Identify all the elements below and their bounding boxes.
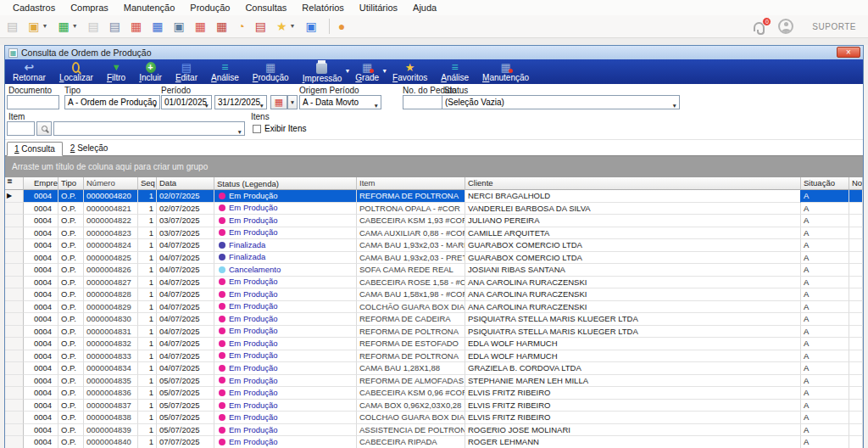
exibir-itens-checkbox[interactable]: Exibir Itens — [253, 124, 306, 133]
table-row[interactable]: 0004 O.P. 0000004826 1 04/07/2025 Cancel… — [5, 264, 863, 277]
item-select[interactable] — [53, 121, 245, 136]
table-row[interactable]: 0004 O.P. 0000004821 1 02/07/2025 Em Pro… — [5, 203, 863, 216]
situacao-cell: A — [801, 203, 849, 216]
close-button[interactable]: × — [837, 47, 860, 58]
tab-consulta[interactable]: 1 Consulta — [7, 142, 63, 156]
notifications-bell-icon[interactable]: 0 — [754, 22, 765, 31]
manutencao-button[interactable]: Manutenção ▼ — [476, 59, 537, 84]
tipo-select[interactable]: A - Ordem de Produção — [64, 95, 160, 109]
numero-cell: 0000004835 — [84, 375, 138, 388]
calendar-red-icon[interactable]: ▦ ▼ — [195, 20, 206, 32]
user-avatar-icon[interactable] — [778, 19, 793, 34]
table-row[interactable]: 0004 O.P. 0000004827 1 04/07/2025 Em Pro… — [5, 277, 863, 289]
favorites-star-icon[interactable]: ★ ▼ — [276, 20, 296, 32]
retornar-button[interactable]: Retornar ▼ — [7, 59, 53, 84]
table-row[interactable]: 0004 O.P. 0000004832 1 04/07/2025 Em Pro… — [5, 338, 863, 350]
status-select[interactable]: (Seleção Vazia) — [442, 95, 680, 109]
tab-selecao[interactable]: 2 Seleção — [63, 141, 115, 155]
menu-item[interactable]: Manutenção — [116, 2, 183, 14]
col-situacao[interactable]: Situação — [801, 177, 849, 190]
table-row[interactable]: 0004 O.P. 0000004823 1 03/07/2025 Em Pro… — [5, 227, 863, 240]
item-code-input[interactable] — [7, 121, 35, 136]
origem-periodo-select[interactable]: A - Data Movto — [299, 95, 381, 109]
calendar-settings-icon[interactable]: ▦ ▼ — [216, 20, 227, 32]
table-row[interactable]: 0004 O.P. 0000004837 1 05/07/2025 Em Pro… — [5, 400, 863, 412]
status-text: Em Produção — [229, 400, 278, 412]
table-row[interactable]: 0004 O.P. 0000004829 1 04/07/2025 Em Pro… — [5, 301, 863, 314]
table-row[interactable]: 0004 O.P. 0000004836 1 05/07/2025 Em Pro… — [5, 387, 863, 400]
col-empresa[interactable]: Empresa — [24, 177, 58, 190]
menu-item[interactable]: Cadastros — [5, 2, 63, 14]
analise-button[interactable]: Análise ▼ — [205, 59, 247, 84]
cart-icon[interactable]: ▦ ▼ — [58, 20, 77, 32]
table-row[interactable]: 0004 O.P. 0000004825 1 04/07/2025 Finali… — [5, 252, 863, 265]
incluir-button[interactable]: Incluir ▼ — [133, 59, 170, 84]
panel-icon[interactable]: ▦ ▼ — [152, 20, 163, 32]
calendar-icon[interactable]: ▦ ▼ — [131, 20, 142, 32]
clock-icon[interactable]: ◔ ▼ — [237, 20, 244, 32]
status-circle-icon[interactable]: ● ▼ — [338, 20, 345, 32]
item-cell: REFORMA DE POLTRONA — [357, 326, 465, 339]
new-document-icon[interactable]: ▤ ▼ — [7, 20, 18, 32]
table-row[interactable]: 0004 O.P. 0000004833 1 04/07/2025 Em Pro… — [5, 350, 863, 363]
table-row[interactable]: 0004 O.P. 0000004828 1 04/07/2025 Em Pro… — [5, 288, 863, 301]
table-row[interactable]: 0004 O.P. 0000004838 1 05/07/2025 Em Pro… — [5, 412, 863, 424]
col-tipo[interactable]: Tipo — [58, 177, 84, 190]
item-cell: CABECEIRA ROSE 1,58 - #COR — [357, 277, 465, 289]
item-search-button[interactable] — [36, 121, 52, 136]
status-cell: Em Produção — [214, 190, 357, 203]
documento-input[interactable] — [7, 95, 59, 109]
table-row[interactable]: 0004 O.P. 0000004840 1 07/07/2025 Em Pro… — [5, 436, 863, 448]
info-icon[interactable]: ▣ ▼ — [305, 20, 316, 32]
table-row[interactable]: 0004 O.P. 0000004824 1 04/07/2025 Finali… — [5, 239, 863, 252]
group-by-bar[interactable]: Arraste um título de coluna aqui para cr… — [5, 155, 863, 177]
print-preview-icon[interactable]: ▤ ▼ — [109, 20, 120, 32]
chevron-down-icon[interactable]: ▼ — [72, 20, 78, 32]
pedido-input[interactable] — [403, 95, 443, 109]
filtro-button[interactable]: Filtro ▼ — [101, 59, 133, 84]
col-numero[interactable]: Número — [84, 177, 138, 190]
localizar-button[interactable]: Localizar ▼ — [53, 59, 101, 84]
table-row[interactable]: 0004 O.P. 0000004830 1 04/07/2025 Em Pro… — [5, 313, 863, 326]
table-row[interactable]: 0004 O.P. 0000004831 1 04/07/2025 Em Pro… — [5, 326, 863, 339]
col-no[interactable]: No. — [849, 177, 863, 190]
periodo-from-select[interactable]: 01/01/2025 — [161, 95, 212, 109]
table-row[interactable]: 0004 O.P. 0000004835 1 05/07/2025 Em Pro… — [5, 375, 863, 388]
calendar-button[interactable]: ▦ — [270, 95, 287, 109]
col-seq[interactable]: Seq — [138, 177, 157, 190]
menu-item[interactable]: Compras — [63, 2, 116, 14]
col-item[interactable]: Item — [357, 177, 465, 190]
col-status[interactable]: Status (Legenda) — [214, 177, 357, 190]
menu-item[interactable]: Produção — [182, 2, 237, 14]
menu-item[interactable]: Relatórios — [294, 2, 352, 14]
editar-button[interactable]: Editar ▼ — [170, 59, 205, 84]
col-data[interactable]: Data — [157, 177, 214, 190]
periodo-to-select[interactable]: 31/12/2025 — [214, 95, 267, 109]
menu-item[interactable]: Utilitários — [352, 2, 405, 14]
toolbar-separator[interactable]: ▼ — [329, 19, 330, 34]
analise2-button[interactable]: Análise ▼ — [435, 59, 476, 84]
col-cliente[interactable]: Cliente — [465, 177, 801, 190]
producao-button[interactable]: Produção ▼ — [247, 59, 297, 84]
calendar-dropdown-button[interactable]: ▼ — [287, 95, 298, 109]
col-indicator[interactable]: ≣ — [5, 177, 24, 190]
impressao-button[interactable]: Impressão ▼ — [297, 59, 350, 84]
table-row[interactable]: 0004 O.P. 0000004839 1 05/07/2025 Em Pro… — [5, 424, 863, 437]
search-book-icon[interactable]: ▤ ▼ — [255, 20, 266, 32]
table-row[interactable]: 0004 O.P. 0000004834 1 04/07/2025 Em Pro… — [5, 362, 863, 375]
calculator-icon[interactable]: ▣ ▼ — [174, 20, 185, 32]
chevron-down-icon[interactable]: ▼ — [42, 20, 47, 32]
support-label[interactable]: SUPORTE — [812, 22, 856, 31]
status-dot-icon — [219, 377, 225, 384]
grade-button[interactable]: Grade ▼ — [349, 59, 387, 84]
package-icon[interactable]: ▣ ▼ — [28, 20, 47, 32]
favoritos-button[interactable]: Favoritos ▼ — [387, 59, 435, 84]
menu-item[interactable]: Ajuda — [405, 2, 444, 14]
menu-item[interactable]: Consultas — [237, 2, 294, 14]
window-titlebar[interactable]: ▦ Consulta de Ordem de Produção × — [5, 46, 863, 59]
seq-cell: 1 — [138, 252, 157, 265]
table-row[interactable]: ▶ 0004 O.P. 0000004820 1 02/07/2025 Em P… — [5, 190, 863, 203]
table-row[interactable]: 0004 O.P. 0000004822 1 03/07/2025 Em Pro… — [5, 215, 863, 227]
chevron-down-icon[interactable]: ▼ — [289, 20, 295, 32]
print-icon[interactable]: ▤ ▼ — [88, 20, 99, 32]
